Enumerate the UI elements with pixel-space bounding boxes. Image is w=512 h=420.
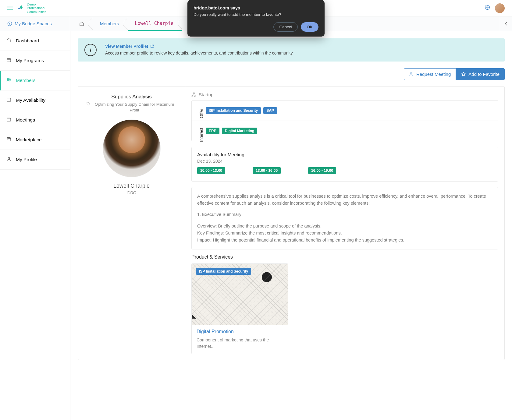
request-meeting-button[interactable]: Request Meeting — [404, 68, 456, 80]
interest-tag: ERP — [206, 128, 219, 134]
description-box: A comprehensive supplies analysis is a c… — [191, 187, 498, 249]
desc-line: Impact: Highlight the potential financia… — [197, 237, 492, 244]
globe-icon[interactable] — [485, 5, 490, 12]
time-slot[interactable]: 10:00 - 13:00 — [197, 167, 225, 174]
user-icon — [6, 157, 12, 163]
product-tag: ISP Installation and Security — [196, 268, 251, 275]
org-type: Startup — [191, 92, 498, 97]
sidebar-item-profile[interactable]: My Profile — [0, 150, 70, 170]
svg-rect-2 — [7, 58, 11, 62]
main-content: i View Member Profile! Access member pro… — [70, 31, 512, 420]
svg-rect-12 — [195, 96, 196, 97]
sidebar-item-availability[interactable]: My Availability — [0, 90, 70, 110]
profile-tagline: Optimizing Your Supply Chain for Maximum… — [92, 102, 176, 113]
offer-tag: SAP — [263, 107, 277, 114]
sidebar: Dashboard My Programs Members My Availab… — [0, 31, 70, 420]
calendar-icon — [6, 58, 12, 64]
sidebar-item-programs[interactable]: My Programs — [0, 51, 70, 71]
time-slot[interactable]: 16:00 - 19:00 — [308, 167, 336, 174]
brand-line1: Demo — [27, 2, 46, 6]
svg-point-8 — [410, 72, 412, 74]
cancel-button[interactable]: Cancel — [273, 22, 298, 32]
calendar-icon — [6, 117, 12, 123]
menu-icon[interactable] — [7, 5, 13, 12]
back-to-spaces[interactable]: My Bridge Spaces — [0, 16, 70, 31]
offer-label: Offer — [199, 109, 204, 118]
desc-paragraph: A comprehensive supplies analysis is a c… — [197, 193, 492, 207]
svg-point-1 — [8, 22, 12, 26]
back-label: My Bridge Spaces — [15, 21, 52, 26]
svg-point-3 — [7, 78, 9, 80]
svg-rect-6 — [7, 118, 11, 121]
info-icon: i — [84, 44, 97, 56]
desc-paragraph: 1. Executive Summary: — [197, 211, 492, 218]
arrow-left-icon — [7, 21, 12, 26]
sitemap-icon — [191, 92, 196, 97]
sidebar-label: My Programs — [16, 58, 44, 63]
desc-line: Key Findings: Summarize the most critica… — [197, 230, 492, 237]
availability-box: Availability for Meeting Dec 13, 2024 10… — [191, 147, 498, 182]
user-plus-icon — [409, 72, 414, 77]
profile-avatar — [103, 119, 161, 177]
confirm-dialog: bridge.batoi.com says Do you really want… — [187, 0, 325, 37]
ok-button[interactable]: OK — [301, 22, 318, 32]
button-label: Request Meeting — [416, 72, 451, 77]
svg-point-4 — [9, 79, 10, 80]
sidebar-item-dashboard[interactable]: Dashboard — [0, 31, 70, 51]
sidebar-label: My Availability — [16, 97, 45, 103]
product-title[interactable]: Digital Promotion — [197, 329, 283, 334]
svg-rect-11 — [192, 96, 193, 97]
external-link-icon — [150, 44, 154, 48]
profile-section: Supplies Analysis — [84, 94, 179, 100]
store-icon — [6, 137, 12, 143]
banner-title-link[interactable]: View Member Profile! — [105, 44, 293, 49]
product-image: ISP Installation and Security — [192, 264, 288, 325]
time-slot[interactable]: 13:00 - 16:00 — [253, 167, 281, 174]
profile-role: COO — [84, 190, 179, 195]
availability-date: Dec 13, 2024 — [197, 159, 492, 164]
product-card[interactable]: ISP Installation and Security Digital Pr… — [191, 263, 288, 354]
users-icon — [6, 77, 12, 83]
profile-panel: Supplies Analysis Optimizing Your Supply… — [78, 86, 505, 360]
sidebar-label: Members — [16, 78, 36, 83]
sidebar-label: Meetings — [16, 117, 35, 123]
crumb-members[interactable]: Members — [93, 16, 128, 31]
user-avatar[interactable] — [495, 3, 505, 13]
crumb-home[interactable] — [70, 16, 93, 31]
profile-summary: Supplies Analysis Optimizing Your Supply… — [78, 86, 185, 360]
sidebar-item-meetings[interactable]: Meetings — [0, 110, 70, 130]
org-type-label: Startup — [199, 92, 213, 97]
product-desc: Component of marketing that uses the Int… — [197, 337, 283, 350]
svg-point-7 — [8, 157, 9, 159]
crumb-members-label: Members — [100, 21, 119, 26]
products-heading: Product & Services — [191, 254, 498, 260]
button-label: Add to Favorite — [468, 72, 500, 77]
brand-line3: Communities — [27, 10, 46, 14]
profile-name: Lowell Charpie — [84, 183, 179, 189]
star-icon — [461, 72, 466, 77]
interest-tag: Digital Marketing — [222, 128, 258, 134]
add-favorite-button[interactable]: Add to Favorite — [456, 68, 505, 80]
sidebar-item-marketplace[interactable]: Marketplace — [0, 130, 70, 150]
banner-subtitle: Access member profile to review key deta… — [105, 51, 293, 55]
brand-logo[interactable]: Demo Professional Communities — [18, 2, 46, 13]
crumb-current: Lowell Charpie — [128, 16, 182, 31]
sidebar-label: Marketplace — [16, 137, 41, 143]
info-banner: i View Member Profile! Access member pro… — [78, 38, 505, 62]
brand-line2: Professional — [27, 6, 46, 10]
sidebar-item-members[interactable]: Members — [0, 71, 70, 90]
svg-rect-5 — [7, 98, 11, 101]
sidebar-label: Dashboard — [16, 38, 39, 44]
availability-title: Availability for Meeting — [197, 152, 492, 157]
offer-interest-box: Offer Interest ISP Installation and Secu… — [191, 100, 498, 141]
calendar-icon — [6, 97, 12, 103]
chevron-left-icon — [505, 22, 508, 26]
svg-rect-10 — [193, 93, 194, 94]
interest-label: Interest — [199, 128, 204, 142]
banner-title: View Member Profile! — [105, 44, 148, 49]
offer-tag: ISP Installation and Security — [206, 107, 261, 114]
dialog-message: Do you really want to add the member to … — [194, 12, 318, 17]
svg-point-9 — [87, 103, 88, 103]
dialog-title: bridge.batoi.com says — [194, 5, 318, 10]
collapse-toggle[interactable] — [500, 16, 512, 31]
